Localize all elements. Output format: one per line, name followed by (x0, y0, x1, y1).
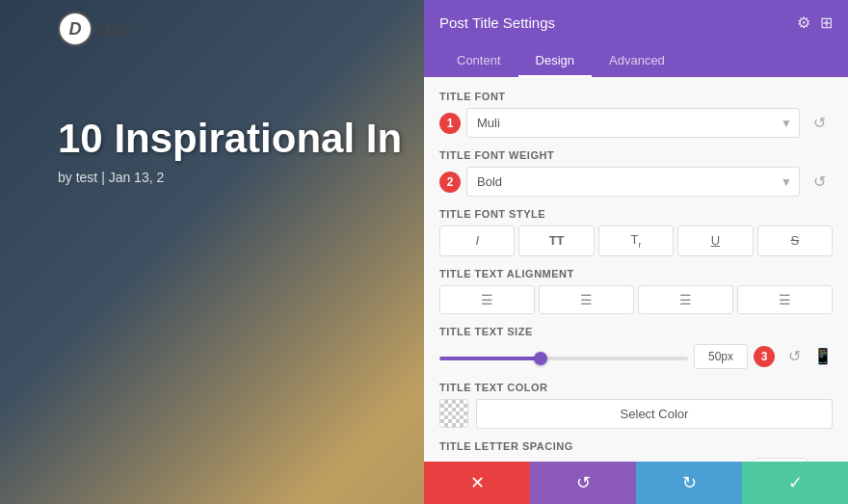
responsive-icon[interactable]: 📱 (813, 347, 833, 365)
title-font-weight-select-wrapper: Bold Regular Light ▼ (466, 167, 800, 197)
expand-icon[interactable]: ⊞ (820, 13, 833, 32)
save-button[interactable]: ✓ (742, 462, 848, 504)
settings-panel: Post Title Settings ⚙ ⊞ Content Design A… (424, 0, 848, 504)
title-font-select[interactable]: Muli Open Sans Roboto (466, 108, 800, 138)
title-font-weight-label: Title Font Weight (439, 149, 833, 161)
divi-logo: D divi (58, 12, 138, 46)
badge-2: 2 (439, 172, 461, 193)
blog-title: 10 Inspirational In (58, 116, 402, 162)
title-font-select-wrapper: Muli Open Sans Roboto ▼ (466, 108, 800, 138)
cancel-button[interactable]: ✕ (424, 462, 530, 504)
title-text-size-slider[interactable] (439, 357, 688, 360)
align-center-button[interactable]: ☰ (539, 285, 634, 314)
title-text-alignment-buttons: ☰ ☰ ☰ ☰ (439, 285, 833, 314)
divi-brand-text: divi (98, 16, 138, 41)
divi-circle-icon: D (58, 12, 93, 46)
title-font-style-buttons: I TT Tr U S (439, 225, 833, 256)
title-font-label: Title Font (439, 91, 833, 102)
title-text-alignment-label: Title Text Alignment (439, 268, 833, 279)
panel-title: Post Title Settings (439, 14, 555, 31)
title-text-color-label: Title Text Color (439, 382, 833, 393)
strikethrough-button[interactable]: S (757, 225, 833, 256)
title-text-size-input[interactable] (694, 344, 748, 369)
tab-design[interactable]: Design (518, 45, 592, 77)
title-tr-button[interactable]: Tr (598, 225, 674, 256)
title-font-style-label: Title Font Style (439, 208, 833, 220)
redo-button[interactable]: ↻ (636, 462, 742, 504)
underline-button[interactable]: U (677, 225, 753, 256)
title-letter-spacing-label: Title Letter Spacing (439, 440, 833, 452)
badge-3: 3 (754, 346, 775, 367)
bold-tt-button[interactable]: TT (518, 225, 594, 256)
title-font-weight-select[interactable]: Bold Regular Light (466, 167, 800, 197)
panel-header-icons: ⚙ ⊞ (797, 13, 833, 32)
italic-button[interactable]: I (439, 225, 515, 256)
title-font-weight-row: 2 Bold Regular Light ▼ ↺ (439, 167, 833, 197)
title-font-row: 1 Muli Open Sans Roboto ▼ ↺ (439, 108, 833, 138)
title-text-size-row: 3 ↺ 📱 (439, 343, 833, 370)
title-text-size-label: Title Text Size (439, 326, 833, 337)
panel-body: Title Font 1 Muli Open Sans Roboto ▼ ↺ T… (424, 77, 848, 462)
title-font-reset-button[interactable]: ↺ (806, 110, 833, 137)
title-text-size-slider-wrapper (439, 349, 688, 363)
title-text-size-reset-button[interactable]: ↺ (781, 343, 808, 370)
align-justify-button[interactable]: ☰ (737, 285, 833, 314)
color-checker[interactable] (439, 399, 468, 428)
undo-button[interactable]: ↺ (530, 462, 636, 504)
settings-icon[interactable]: ⚙ (797, 13, 810, 32)
title-font-weight-reset-button[interactable]: ↺ (806, 169, 833, 196)
panel-header: Post Title Settings ⚙ ⊞ (424, 0, 848, 45)
divi-d-letter: D (69, 19, 82, 40)
select-color-button[interactable]: Select Color (476, 399, 833, 429)
align-right-button[interactable]: ☰ (638, 285, 733, 314)
tab-content[interactable]: Content (439, 45, 518, 77)
title-text-color-row: Select Color (439, 399, 833, 429)
align-left-button[interactable]: ☰ (439, 285, 535, 314)
panel-footer: ✕ ↺ ↻ ✓ (424, 462, 848, 504)
blog-meta: by test | Jan 13, 2 (58, 170, 402, 185)
panel-tabs: Content Design Advanced (424, 45, 848, 77)
blog-content: 10 Inspirational In by test | Jan 13, 2 (58, 116, 402, 185)
badge-1: 1 (439, 113, 461, 134)
tab-advanced[interactable]: Advanced (592, 45, 682, 77)
